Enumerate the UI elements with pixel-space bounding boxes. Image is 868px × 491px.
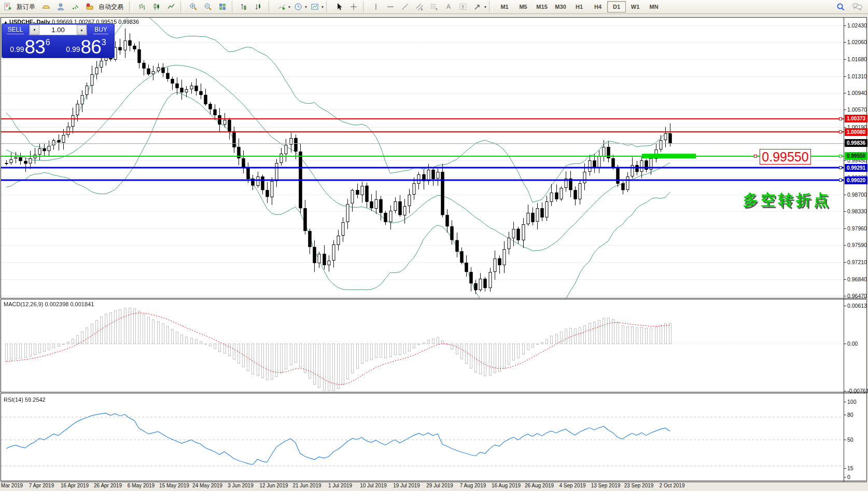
date-tick-label: 28 Mar 2019 bbox=[0, 483, 23, 488]
timeframe-button-m15[interactable]: M15 bbox=[533, 1, 551, 12]
price-tick-label: 1.00570 bbox=[847, 106, 868, 113]
date-tick-label: 24 May 2019 bbox=[192, 483, 222, 488]
date-tick-label: 10 Jul 2019 bbox=[360, 483, 387, 488]
timeframe-button-w1[interactable]: W1 bbox=[626, 1, 645, 12]
timeframe-button-m1[interactable]: M1 bbox=[495, 1, 514, 12]
timeframe-button-m30[interactable]: M30 bbox=[551, 1, 570, 12]
new-order-icon bbox=[4, 3, 12, 11]
macd-indicator-chart[interactable] bbox=[1, 299, 844, 392]
timeframe-button-mn[interactable]: MN bbox=[645, 1, 663, 12]
trendline-tool[interactable] bbox=[398, 1, 412, 13]
bar-chart-icon bbox=[138, 3, 146, 11]
templates-button[interactable] bbox=[308, 1, 321, 13]
date-tick-label: 16 Apr 2019 bbox=[61, 483, 89, 488]
bar-chart-button[interactable] bbox=[135, 1, 149, 13]
indicators-dropdown-caret[interactable]: ▾ bbox=[288, 5, 290, 9]
timeframe-button-h1[interactable]: H1 bbox=[570, 1, 589, 12]
community-chat-button[interactable] bbox=[850, 1, 864, 13]
periods-button[interactable] bbox=[291, 1, 305, 13]
date-tick-label: 26 Aug 2019 bbox=[525, 483, 554, 488]
fibonacci-tool[interactable]: F bbox=[427, 1, 441, 13]
price-tick-label: 1.00940 bbox=[847, 90, 868, 96]
candlestick-icon bbox=[152, 3, 161, 11]
volume-decrease-button[interactable]: ▼ bbox=[30, 25, 39, 35]
text-tool[interactable]: A bbox=[442, 1, 455, 13]
crosshair-tool-button[interactable] bbox=[347, 1, 360, 13]
channel-tool[interactable]: E bbox=[413, 1, 426, 13]
price-tick-mark bbox=[844, 402, 846, 402]
date-tick-label: 7 Aug 2019 bbox=[460, 483, 486, 488]
arrange-charts-alt-button[interactable] bbox=[253, 1, 266, 13]
new-order-button[interactable] bbox=[1, 1, 15, 13]
rsi-indicator-chart[interactable] bbox=[1, 393, 844, 481]
timeframe-button-d1[interactable]: D1 bbox=[607, 1, 626, 12]
zoom-in-button[interactable] bbox=[187, 1, 200, 13]
date-tick-label: 4 Sep 2019 bbox=[559, 483, 585, 488]
tile-windows-button[interactable] bbox=[216, 1, 229, 13]
add-indicator-icon bbox=[277, 3, 286, 11]
new-order-label[interactable]: 新订单 bbox=[16, 3, 38, 11]
zoom-out-button[interactable] bbox=[201, 1, 215, 13]
arrows-tool[interactable] bbox=[471, 1, 484, 13]
volume-field[interactable]: 1.00 bbox=[39, 25, 77, 35]
arrange-up-icon bbox=[241, 3, 249, 11]
date-tick-label: 16 Aug 2019 bbox=[492, 483, 521, 488]
buy-button[interactable]: BUY bbox=[88, 24, 114, 35]
sell-price-button[interactable]: 0.99 83 6 bbox=[3, 35, 58, 57]
macd-panel-separator[interactable] bbox=[1, 298, 867, 299]
timeframe-button-m5[interactable]: M5 bbox=[514, 1, 533, 12]
sell-button[interactable]: SELL bbox=[3, 24, 28, 35]
autotrade-icon bbox=[86, 3, 94, 11]
chat-icon bbox=[852, 3, 862, 11]
trade-panel-top-row: SELL ▼ 1.00 ▲ BUY bbox=[3, 24, 114, 35]
arrange-charts-button[interactable] bbox=[238, 1, 251, 13]
volume-increase-button[interactable]: ▲ bbox=[77, 25, 87, 35]
price-tick-mark bbox=[844, 42, 846, 43]
price-callout-box[interactable]: 0.99550 bbox=[760, 149, 811, 165]
zoom-out-icon bbox=[204, 3, 212, 11]
price-level-label: 0.99836 bbox=[845, 139, 867, 147]
sell-price-big-digits: 83 bbox=[25, 38, 45, 56]
toolbar-separator bbox=[129, 1, 133, 12]
rsi-panel-separator[interactable] bbox=[1, 392, 867, 393]
price-tick-label: 80 bbox=[847, 412, 868, 418]
signals-button[interactable] bbox=[68, 1, 82, 13]
date-tick-label: 21 Jun 2019 bbox=[292, 483, 321, 488]
price-tick-mark bbox=[844, 468, 846, 469]
price-tick-mark bbox=[844, 306, 846, 306]
indicators-button[interactable] bbox=[275, 1, 288, 13]
price-tick-mark bbox=[844, 93, 846, 93]
toolbar-separator bbox=[326, 1, 330, 12]
templates-dropdown-caret[interactable]: ▾ bbox=[321, 5, 324, 9]
price-tick-mark bbox=[844, 76, 846, 77]
vertical-line-tool[interactable] bbox=[369, 1, 383, 13]
search-button[interactable] bbox=[834, 1, 847, 13]
tile-windows-icon bbox=[218, 3, 227, 11]
candlestick-chart-button[interactable] bbox=[150, 1, 163, 13]
market-watch-button[interactable] bbox=[39, 1, 53, 13]
price-level-label: 0.99020 bbox=[845, 176, 867, 184]
accounts-button[interactable] bbox=[54, 1, 67, 13]
horizontal-line-tool[interactable] bbox=[384, 1, 397, 13]
buy-price-button[interactable]: 0.99 86 3 bbox=[59, 35, 114, 57]
autotrade-button[interactable] bbox=[83, 1, 96, 13]
search-icon bbox=[836, 3, 845, 11]
svg-text:A: A bbox=[446, 3, 451, 10]
price-level-label: 1.00080 bbox=[845, 128, 867, 136]
turning-point-annotation[interactable]: 多空转折点 bbox=[743, 190, 831, 211]
date-tick-label: 15 May 2019 bbox=[159, 483, 189, 488]
timeframe-button-h4[interactable]: H4 bbox=[589, 1, 607, 12]
line-chart-icon bbox=[167, 3, 175, 11]
periods-dropdown-caret[interactable]: ▾ bbox=[305, 5, 307, 9]
text-label-tool[interactable]: T bbox=[456, 1, 470, 13]
cursor-icon bbox=[335, 3, 343, 11]
price-tick-mark bbox=[844, 211, 846, 212]
main-price-chart[interactable] bbox=[1, 18, 844, 298]
cursor-tool-button[interactable] bbox=[332, 1, 346, 13]
autotrade-label[interactable]: 自动交易 bbox=[97, 3, 127, 11]
date-tick-label: 6 May 2019 bbox=[128, 483, 155, 488]
price-tick-mark bbox=[844, 59, 846, 60]
line-chart-button[interactable] bbox=[164, 1, 178, 13]
template-icon bbox=[311, 3, 319, 11]
arrows-dropdown-caret[interactable]: ▾ bbox=[484, 5, 486, 9]
